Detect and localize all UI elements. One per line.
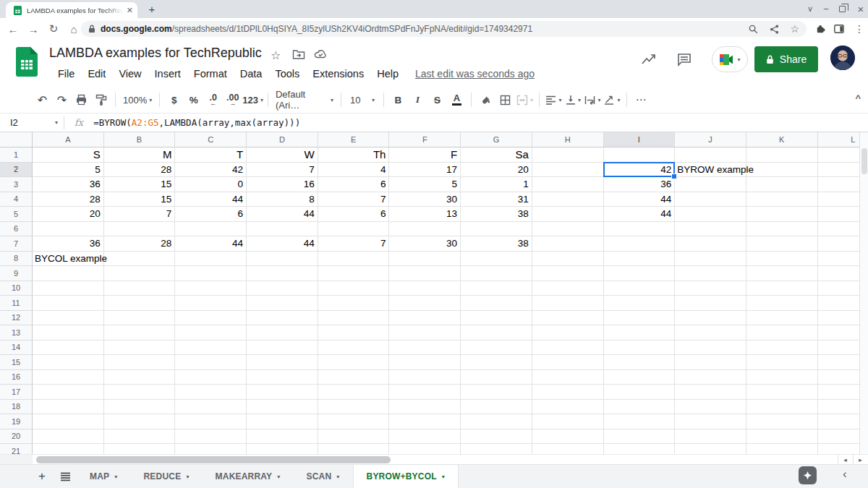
- row-header-10[interactable]: 10: [0, 281, 33, 296]
- cell-I17[interactable]: [604, 385, 676, 400]
- new-tab-button[interactable]: +: [145, 3, 159, 15]
- cell-F2[interactable]: 17: [389, 163, 461, 178]
- cell-I18[interactable]: [604, 400, 676, 415]
- cell-J7[interactable]: [675, 236, 746, 252]
- cell-E3[interactable]: 6: [318, 177, 390, 192]
- cell-K21[interactable]: [746, 444, 818, 454]
- cell-D18[interactable]: [247, 400, 318, 415]
- cell-C20[interactable]: [175, 429, 247, 445]
- cell-E18[interactable]: [318, 400, 390, 415]
- cell-K10[interactable]: [746, 281, 818, 296]
- cell-B6[interactable]: [104, 222, 176, 237]
- vertical-scrollbar[interactable]: [859, 132, 868, 454]
- cell-A20[interactable]: [33, 429, 104, 445]
- cell-F4[interactable]: 30: [389, 192, 461, 207]
- cell-J18[interactable]: [675, 400, 746, 415]
- cell-B12[interactable]: [104, 311, 176, 326]
- sheet-tab-byrow-bycol[interactable]: BYROW+BYCOL▾: [353, 465, 459, 488]
- cell-D8[interactable]: [247, 252, 318, 267]
- cell-D2[interactable]: 7: [247, 163, 318, 178]
- vertical-scroll-thumb[interactable]: [861, 148, 867, 174]
- name-box[interactable]: I2 ▾: [0, 117, 62, 128]
- row-header-13[interactable]: 13: [0, 325, 33, 341]
- cell-E17[interactable]: [318, 385, 390, 400]
- cell-L4[interactable]: [818, 192, 859, 207]
- cell-E19[interactable]: [318, 414, 390, 429]
- cell-J17[interactable]: [675, 385, 746, 400]
- cell-H6[interactable]: [532, 222, 604, 237]
- insights-icon[interactable]: [641, 53, 657, 66]
- column-header-K[interactable]: K: [746, 132, 818, 147]
- cell-J2[interactable]: BYROW example: [675, 163, 746, 178]
- cell-B3[interactable]: 15: [104, 177, 176, 192]
- cell-E10[interactable]: [318, 281, 390, 296]
- browser-menu-icon[interactable]: ⋮: [851, 20, 868, 38]
- cell-K13[interactable]: [746, 325, 818, 341]
- cell-F3[interactable]: 5: [389, 177, 461, 192]
- cloud-saved-icon[interactable]: [314, 48, 328, 59]
- cell-H14[interactable]: [532, 341, 604, 356]
- cell-J9[interactable]: [675, 266, 746, 281]
- cell-B18[interactable]: [104, 400, 176, 415]
- cell-J3[interactable]: [675, 177, 746, 192]
- cell-K20[interactable]: [746, 429, 818, 445]
- cell-A2[interactable]: 5: [33, 163, 104, 178]
- cell-J1[interactable]: [675, 147, 746, 163]
- cell-L18[interactable]: [818, 400, 859, 415]
- cell-L8[interactable]: [818, 252, 859, 267]
- cell-I15[interactable]: [604, 355, 676, 370]
- cell-L7[interactable]: [818, 236, 859, 252]
- cell-K12[interactable]: [746, 311, 818, 326]
- strikethrough-button[interactable]: S: [427, 90, 447, 109]
- menu-tools[interactable]: Tools: [268, 66, 306, 82]
- cell-C17[interactable]: [175, 385, 247, 400]
- cell-C2[interactable]: 42: [175, 163, 247, 178]
- cell-C15[interactable]: [175, 355, 247, 370]
- cell-C9[interactable]: [175, 266, 247, 281]
- paint-format-icon[interactable]: [91, 90, 111, 109]
- cell-B20[interactable]: [104, 429, 176, 445]
- all-sheets-icon[interactable]: [54, 465, 77, 488]
- column-header-E[interactable]: E: [318, 132, 390, 147]
- cell-J4[interactable]: [675, 192, 746, 207]
- cell-F12[interactable]: [389, 311, 461, 326]
- text-color-button[interactable]: A: [447, 90, 467, 109]
- cell-H12[interactable]: [532, 311, 604, 326]
- cell-I5[interactable]: 44: [604, 207, 676, 222]
- cell-D5[interactable]: 44: [247, 207, 318, 222]
- cell-G14[interactable]: [461, 341, 532, 356]
- browser-tab[interactable]: LAMBDA examples for TechRep ✕: [6, 2, 137, 18]
- cell-K18[interactable]: [746, 400, 818, 415]
- cell-J13[interactable]: [675, 325, 746, 341]
- window-close-icon[interactable]: ×: [852, 0, 868, 18]
- cell-K7[interactable]: [746, 236, 818, 252]
- cell-I13[interactable]: [604, 325, 676, 341]
- cell-J16[interactable]: [675, 370, 746, 385]
- cell-A8[interactable]: BYCOL example: [33, 252, 104, 267]
- merge-cells-icon[interactable]: ▾: [515, 90, 535, 109]
- cell-D16[interactable]: [247, 370, 318, 385]
- cell-D4[interactable]: 8: [247, 192, 318, 207]
- cell-C8[interactable]: [175, 252, 247, 267]
- cell-F20[interactable]: [389, 429, 461, 445]
- cell-K4[interactable]: [746, 192, 818, 207]
- print-icon[interactable]: [72, 90, 91, 109]
- cell-A7[interactable]: 36: [33, 236, 104, 252]
- cell-A16[interactable]: [33, 370, 104, 385]
- cell-K16[interactable]: [746, 370, 818, 385]
- cell-E8[interactable]: [318, 252, 390, 267]
- cell-D15[interactable]: [247, 355, 318, 370]
- column-header-H[interactable]: H: [532, 132, 604, 147]
- row-header-18[interactable]: 18: [0, 400, 33, 415]
- cell-B11[interactable]: [104, 296, 176, 311]
- cell-L5[interactable]: [818, 207, 859, 222]
- cell-F19[interactable]: [389, 414, 461, 429]
- column-header-G[interactable]: G: [461, 132, 532, 147]
- cell-J5[interactable]: [675, 207, 746, 222]
- cell-F9[interactable]: [389, 266, 461, 281]
- star-document-icon[interactable]: ☆: [271, 48, 281, 62]
- cell-D10[interactable]: [247, 281, 318, 296]
- share-page-icon[interactable]: [769, 24, 780, 35]
- cell-L10[interactable]: [818, 281, 859, 296]
- cell-A10[interactable]: [33, 281, 104, 296]
